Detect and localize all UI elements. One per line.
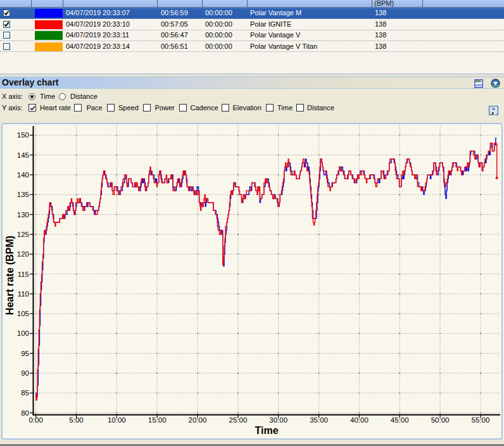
svg-text:145: 145 (17, 151, 29, 159)
svg-text:80: 80 (21, 409, 29, 417)
svg-text:55:00: 55:00 (472, 416, 490, 424)
svg-text:35:00: 35:00 (310, 416, 328, 424)
svg-text:30:00: 30:00 (269, 416, 287, 424)
svg-text:25:00: 25:00 (229, 416, 248, 424)
svg-text:135: 135 (17, 191, 29, 198)
svg-text:40:00: 40:00 (350, 416, 369, 424)
svg-text:20:00: 20:00 (189, 416, 207, 424)
svg-text:Time: Time (255, 425, 278, 436)
svg-text:90: 90 (21, 369, 29, 377)
svg-text:45:00: 45:00 (391, 416, 409, 424)
svg-text:Heart rate (BPM): Heart rate (BPM) (4, 236, 15, 315)
svg-text:100: 100 (17, 329, 29, 337)
svg-text:5:00: 5:00 (69, 416, 83, 424)
svg-text:120: 120 (17, 250, 29, 258)
svg-text:85: 85 (21, 389, 29, 397)
svg-text:0:00: 0:00 (28, 416, 42, 424)
svg-text:150: 150 (17, 131, 29, 139)
svg-text:105: 105 (17, 310, 29, 317)
svg-text:140: 140 (17, 171, 29, 179)
svg-text:15:00: 15:00 (148, 416, 167, 424)
svg-text:110: 110 (18, 290, 29, 298)
svg-text:10:00: 10:00 (108, 416, 126, 424)
svg-text:95: 95 (21, 350, 29, 357)
svg-text:50:00: 50:00 (431, 416, 450, 424)
svg-text:125: 125 (17, 231, 29, 238)
svg-text:115: 115 (18, 271, 29, 278)
svg-text:130: 130 (17, 211, 29, 219)
